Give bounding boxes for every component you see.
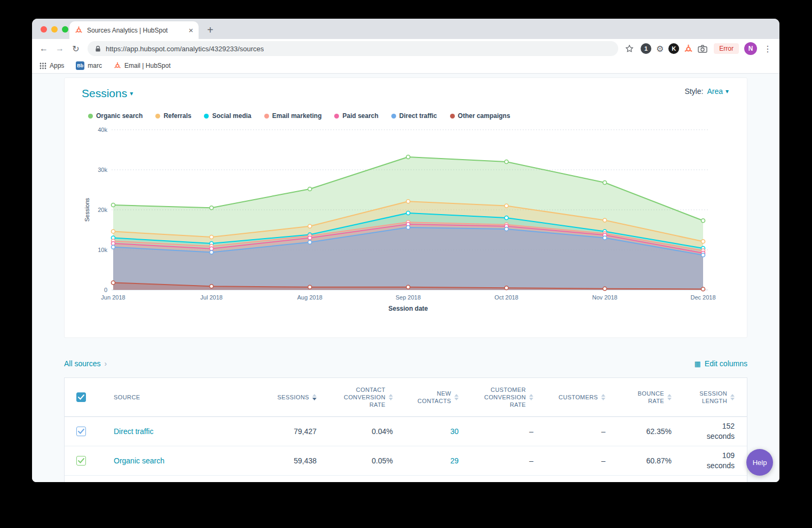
sort-icon[interactable]: [601, 394, 605, 400]
data-point[interactable]: [701, 240, 705, 243]
cell-new_contacts[interactable]: 30: [393, 427, 459, 436]
reload-button[interactable]: ↻: [68, 41, 83, 56]
browser-tab[interactable]: Sources Analytics | HubSpot ×: [69, 21, 199, 39]
sort-icon[interactable]: [312, 394, 317, 400]
data-point[interactable]: [504, 227, 508, 231]
edit-columns-button[interactable]: ▦ Edit columns: [695, 359, 747, 368]
data-point[interactable]: [603, 287, 606, 290]
data-point[interactable]: [701, 219, 705, 223]
legend-item[interactable]: Paid search: [334, 112, 378, 120]
data-point[interactable]: [112, 203, 115, 207]
cell-session_length: 109 seconds: [672, 451, 748, 471]
breadcrumb-all-sources[interactable]: All sources ›: [64, 359, 107, 368]
table-body: Direct traffic79,4270.04%30––62.35%152 s…: [65, 417, 747, 482]
data-point[interactable]: [308, 224, 312, 228]
sort-icon[interactable]: [454, 394, 459, 400]
back-button[interactable]: ←: [36, 41, 51, 56]
data-point[interactable]: [210, 250, 214, 254]
help-button[interactable]: Help: [746, 449, 773, 476]
style-selector[interactable]: Area ▾: [707, 87, 729, 96]
data-point[interactable]: [210, 285, 214, 288]
data-point[interactable]: [504, 160, 508, 164]
data-point[interactable]: [406, 211, 410, 215]
legend-item[interactable]: Email marketing: [264, 112, 322, 120]
legend-item[interactable]: Other campaigns: [450, 112, 510, 120]
cell-source[interactable]: Organic search: [97, 456, 198, 465]
sort-icon[interactable]: [667, 394, 672, 400]
column-header-customer_conversion_rate[interactable]: CUSTOMERCONVERSIONRATE: [459, 386, 533, 408]
address-bar[interactable]: https://app.hubspot.com/analytics/432923…: [88, 41, 618, 56]
cell-source[interactable]: Direct traffic: [97, 427, 198, 436]
data-point[interactable]: [112, 281, 115, 285]
new-tab-button[interactable]: +: [207, 25, 214, 35]
data-point[interactable]: [504, 216, 508, 220]
extension-hubspot-icon[interactable]: [684, 44, 693, 53]
extension-camera-icon[interactable]: [698, 45, 707, 53]
data-point[interactable]: [504, 286, 508, 290]
lock-icon: [95, 45, 101, 52]
row-checkbox[interactable]: [76, 427, 86, 436]
extensions-area: 1 ⚙ K: [641, 43, 707, 54]
legend-item[interactable]: Referrals: [155, 112, 191, 120]
checkbox-cell: [65, 456, 97, 466]
extension-k-icon[interactable]: K: [668, 43, 679, 54]
bookmark-marc[interactable]: Bb marc: [76, 61, 102, 70]
apps-shortcut[interactable]: Apps: [40, 62, 64, 69]
data-point[interactable]: [504, 204, 508, 208]
cell-new_contacts[interactable]: 29: [393, 456, 459, 465]
error-status-badge[interactable]: Error: [714, 43, 739, 54]
legend-dot-icon: [264, 114, 269, 119]
column-header-customers[interactable]: CUSTOMERS: [533, 393, 605, 401]
cell-bounce_rate: 62.35%: [605, 427, 672, 436]
data-point[interactable]: [308, 285, 312, 289]
data-point[interactable]: [210, 235, 214, 239]
row-checkbox[interactable]: [76, 456, 86, 466]
legend-item[interactable]: Organic search: [88, 112, 143, 120]
data-point[interactable]: [210, 206, 214, 210]
url-text[interactable]: https://app.hubspot.com/analytics/432923…: [106, 45, 264, 53]
column-header-session_length[interactable]: SESSIONLENGTH: [672, 390, 748, 405]
column-header-new_contacts[interactable]: NEWCONTACTS: [393, 390, 459, 405]
data-point[interactable]: [701, 287, 705, 291]
data-point[interactable]: [308, 187, 312, 191]
legend-dot-icon: [204, 114, 209, 119]
data-point[interactable]: [308, 240, 312, 244]
column-header-contact_conversion_rate[interactable]: CONTACTCONVERSIONRATE: [317, 386, 393, 408]
profile-avatar[interactable]: N: [744, 42, 757, 55]
zoom-window-button[interactable]: [62, 26, 68, 33]
forward-button[interactable]: →: [52, 41, 67, 56]
data-point[interactable]: [406, 200, 410, 203]
data-point[interactable]: [112, 245, 115, 249]
data-point[interactable]: [406, 285, 410, 289]
sessions-title-dropdown[interactable]: Sessions ▾: [82, 87, 133, 100]
tab-close-icon[interactable]: ×: [188, 26, 193, 34]
minimize-window-button[interactable]: [51, 26, 58, 33]
legend-item[interactable]: Social media: [204, 112, 251, 120]
bookmark-star-icon[interactable]: [622, 42, 636, 56]
column-header-source[interactable]: SOURCE: [97, 393, 198, 401]
sort-icon[interactable]: [730, 394, 735, 400]
sort-icon[interactable]: [389, 394, 393, 400]
data-point[interactable]: [308, 236, 312, 240]
extension-notification-icon[interactable]: 1: [641, 43, 651, 54]
column-header-label: SOURCE: [114, 393, 140, 401]
data-point[interactable]: [701, 253, 705, 257]
data-point[interactable]: [406, 155, 410, 159]
close-window-button[interactable]: [41, 26, 47, 33]
column-header-label: CONVERSION: [344, 393, 385, 401]
legend-item[interactable]: Direct traffic: [391, 112, 437, 120]
data-point[interactable]: [406, 226, 410, 230]
bookmark-email-hubspot[interactable]: Email | HubSpot: [114, 62, 171, 69]
data-point[interactable]: [603, 181, 606, 185]
sort-icon[interactable]: [529, 394, 533, 400]
column-header-sessions[interactable]: SESSIONS: [198, 393, 317, 401]
browser-menu-icon[interactable]: ⋮: [760, 44, 775, 54]
extension-gear-icon[interactable]: ⚙: [656, 44, 664, 54]
data-point[interactable]: [603, 236, 606, 240]
data-point[interactable]: [112, 230, 115, 233]
legend-label: Paid search: [342, 112, 378, 120]
column-header-bounce_rate[interactable]: BOUNCERATE: [605, 390, 672, 405]
select-all-checkbox[interactable]: [76, 392, 86, 402]
chart-legend: Organic searchReferralsSocial mediaEmail…: [65, 100, 747, 120]
data-point[interactable]: [603, 218, 606, 222]
